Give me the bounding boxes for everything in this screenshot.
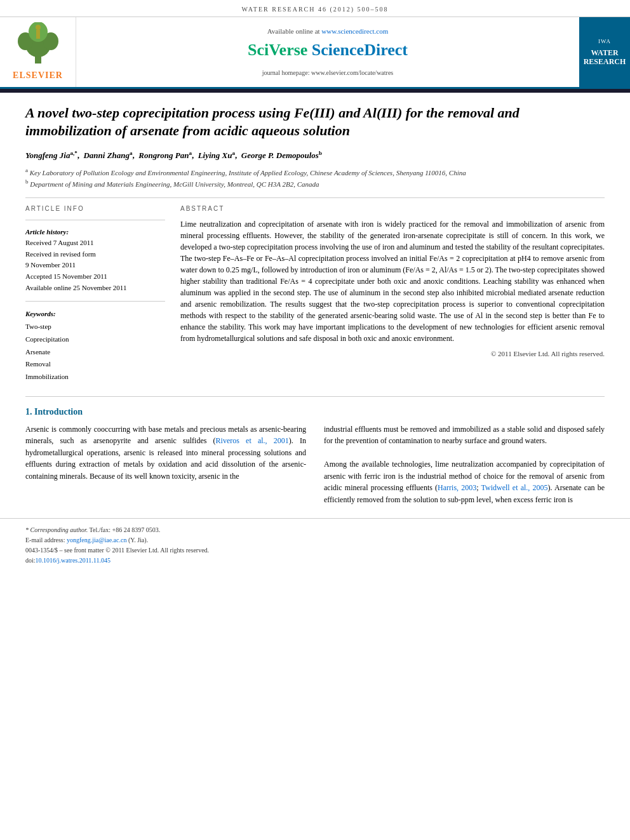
intro-right-col: industrial effluents must be removed and… xyxy=(324,423,605,506)
keyword-3: Arsenate xyxy=(25,346,165,359)
abstract-col: ABSTRACT Lime neutralization and copreci… xyxy=(180,204,605,383)
article-history: Article history: Received 7 August 2011 … xyxy=(25,227,165,294)
introduction-section: 1. Introduction Arsenic is commonly cooc… xyxy=(25,396,605,505)
keyword-4: Removal xyxy=(25,358,165,371)
section-title-intro: Introduction xyxy=(34,407,83,417)
authors-line: Yongfeng Jiaa,*, Danni Zhanga, Rongrong … xyxy=(25,149,605,162)
intro-left-col: Arsenic is commonly cooccurring with bas… xyxy=(25,423,306,506)
sciverse-logo: SciVerse ScienceDirect xyxy=(248,39,408,62)
footnote-email: E-mail address: yongfeng.jia@iae.ac.cn (… xyxy=(25,535,605,545)
intro-columns: Arsenic is commonly cooccurring with bas… xyxy=(25,423,605,506)
paper-content: A novel two-step coprecipitation process… xyxy=(0,93,630,512)
riveros-ref[interactable]: Riveros et al., 2001 xyxy=(216,436,289,445)
intro-left-text: Arsenic is commonly cooccurring with bas… xyxy=(25,423,306,483)
elsevier-text: ELSEVIER xyxy=(13,69,63,82)
affiliations: a Key Laboratory of Pollution Ecology an… xyxy=(25,166,605,189)
author-rongrong: Rongrong Pan xyxy=(138,150,189,160)
doi-link[interactable]: 10.1016/j.watres.2011.11.045 xyxy=(36,557,111,564)
abstract-header: ABSTRACT xyxy=(180,204,605,213)
keyword-5: Immobilization xyxy=(25,371,165,383)
revised-label: Received in revised form xyxy=(25,249,165,260)
keywords-section: Keywords: Two-step Coprecipitation Arsen… xyxy=(25,308,165,383)
harris-ref[interactable]: Harris, 2003 xyxy=(438,483,476,492)
journal-name: WATER RESEARCH 46 (2012) 500–508 xyxy=(241,6,388,13)
keyword-2: Coprecipitation xyxy=(25,333,165,346)
footnote-issn: 0043-1354/$ – see front matter © 2011 El… xyxy=(25,545,605,556)
author-danni: Danni Zhang xyxy=(83,150,130,160)
journal-homepage: journal homepage: www.elsevier.com/locat… xyxy=(262,69,394,77)
section-divider xyxy=(25,197,605,198)
corresponding-label: * Corresponding author. xyxy=(25,526,88,533)
intro-right-text-2: Among the available technologies, lime n… xyxy=(324,458,605,505)
available-date: Available online 25 November 2011 xyxy=(25,283,165,294)
revised-date: 9 November 2011 xyxy=(25,260,165,271)
footnote-corresponding: * Corresponding author. Tel./fax: +86 24… xyxy=(25,525,605,535)
accepted-date: Accepted 15 November 2011 xyxy=(25,271,165,283)
article-info-abstract: ARTICLE INFO Article history: Received 7… xyxy=(25,204,605,383)
keywords-label: Keywords: xyxy=(25,308,165,321)
water-research-title: WATERRESEARCH xyxy=(584,48,626,67)
elsevier-tree-icon xyxy=(13,22,64,67)
received-date: Received 7 August 2011 xyxy=(25,237,165,249)
paper-footer: * Corresponding author. Tel./fax: +86 24… xyxy=(0,518,630,571)
author-yongfeng: Yongfeng Jia xyxy=(25,150,70,160)
elsevier-logo: ELSEVIER xyxy=(0,17,76,87)
author-george: George P. Demopoulos xyxy=(241,150,319,160)
twidwell-ref[interactable]: Twidwell et al., 2005 xyxy=(481,483,548,492)
water-research-badge: IWA WATERRESEARCH xyxy=(579,17,630,87)
paper-title: A novel two-step coprecipitation process… xyxy=(25,104,605,140)
logo-banner: ELSEVIER Available online at www.science… xyxy=(0,17,630,89)
copyright-line: © 2011 Elsevier Ltd. All rights reserved… xyxy=(180,349,605,359)
svg-rect-6 xyxy=(36,30,40,39)
article-info-col: ARTICLE INFO Article history: Received 7… xyxy=(25,204,165,383)
keywords-divider xyxy=(25,301,165,302)
journal-header: WATER RESEARCH 46 (2012) 500–508 xyxy=(0,0,630,17)
section-number-intro: 1. Introduction xyxy=(25,406,605,418)
sciencedirect-link[interactable]: www.sciencedirect.com xyxy=(321,27,388,35)
intro-right-text: industrial effluents must be removed and… xyxy=(324,423,605,447)
available-online: Available online at www.sciencedirect.co… xyxy=(267,27,389,36)
email-link[interactable]: yongfeng.jia@iae.ac.cn xyxy=(67,537,126,543)
affiliation-b: b Department of Mining and Materials Eng… xyxy=(25,178,605,189)
sciverse-section: Available online at www.sciencedirect.co… xyxy=(76,17,579,87)
affiliation-a: a Key Laboratory of Pollution Ecology an… xyxy=(25,166,605,178)
keyword-1: Two-step xyxy=(25,321,165,333)
iwa-label: IWA xyxy=(598,37,611,46)
abstract-text: Lime neutralization and coprecipitation … xyxy=(180,218,605,344)
footnote-doi: doi:10.1016/j.watres.2011.11.045 xyxy=(25,556,605,566)
article-info-header: ARTICLE INFO xyxy=(25,204,165,213)
history-label: Article history: xyxy=(25,227,165,238)
author-liying: Liying Xu xyxy=(198,150,232,160)
svg-point-5 xyxy=(36,25,41,30)
info-divider xyxy=(25,220,165,220)
